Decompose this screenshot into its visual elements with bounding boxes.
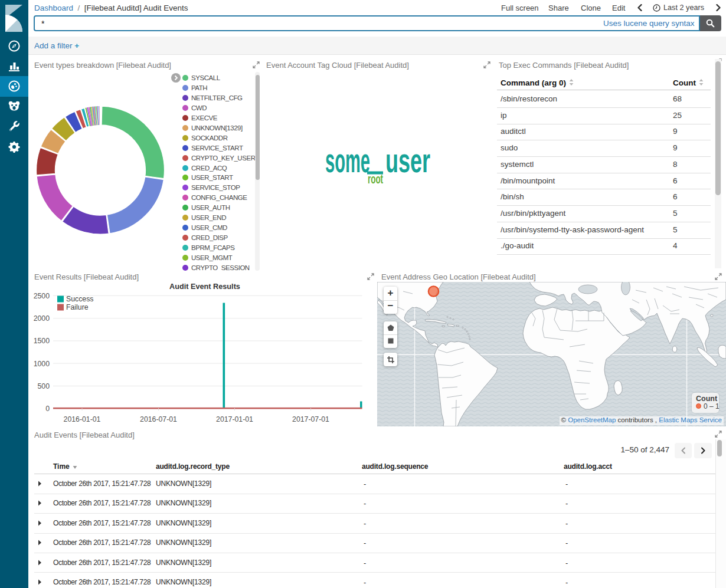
- svg-text:user: user: [385, 142, 430, 179]
- svg-text:2000: 2000: [34, 314, 50, 323]
- svg-text:1000: 1000: [34, 360, 50, 368]
- svg-text:Success: Success: [66, 295, 93, 303]
- svg-text:0: 0: [45, 405, 50, 413]
- svg-text:2017-07-01: 2017-07-01: [292, 415, 329, 423]
- svg-text:some: some: [325, 142, 370, 179]
- svg-text:Failure: Failure: [66, 303, 89, 311]
- svg-text:500: 500: [37, 382, 50, 390]
- svg-text:1500: 1500: [34, 337, 50, 345]
- svg-text:root: root: [368, 172, 383, 186]
- svg-text:Audit Event Results: Audit Event Results: [169, 282, 240, 291]
- svg-text:2500: 2500: [34, 292, 50, 300]
- svg-text:2017-01-01: 2017-01-01: [216, 415, 253, 423]
- svg-text:2016-01-01: 2016-01-01: [64, 415, 101, 423]
- svg-text:2016-07-01: 2016-07-01: [140, 415, 177, 423]
